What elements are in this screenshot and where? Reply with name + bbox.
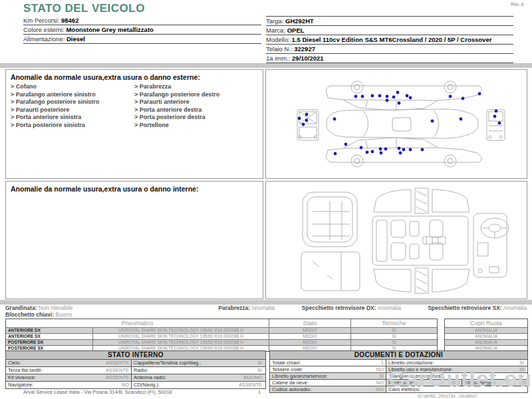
status-left-block: Grandinata: Non rilevabile Blocchetto ch… <box>5 305 192 318</box>
wheel-cover-row: ANOMALIA <box>445 333 527 339</box>
anomaly-item: > Parafango anteriore sinistro <box>11 91 134 99</box>
wheel-cover-row: ANOMALIA <box>445 327 527 333</box>
info-label: 1a imm.: <box>266 55 290 62</box>
table-row: Navigatore:NO CD(Navig.):ASSENTE <box>6 381 265 388</box>
tire-table: Pneumatico Stato Termiche ANTERIORE DX U… <box>5 319 438 352</box>
interior-diagram-panel <box>265 181 527 299</box>
exterior-anomalies-panel: Anomalie da normale usura,extra usura o … <box>5 69 263 179</box>
info-value: Diesel <box>66 35 85 43</box>
interior-anomalies-title: Anomalie da normale usura,extra usura o … <box>6 182 263 195</box>
section-divider <box>0 63 532 68</box>
vehicle-info-left: Km Percorsi: 98462 Colore esterni: Moons… <box>23 16 261 44</box>
tire-table-header: Pneumatico Stato Termiche <box>6 319 437 327</box>
status-blocchetto: Blocchetto chiavi: Buono <box>5 311 192 318</box>
vehicle-info-right: Targa: GH292HT Marca: OPEL Modello: 1.5 … <box>266 16 513 63</box>
table-row: Kit vivavoce:ASSENTE Antenna radio:BUONO <box>6 374 265 381</box>
status-specchietto-sx: Specchietto retrovisore SX: Anomalia <box>428 305 527 311</box>
documents-equipment-table: DOCUMENTI E DOTAZIONI Totale chiavi:1 Li… <box>269 350 528 393</box>
info-value: 322927 <box>294 45 315 53</box>
info-label: Targa: <box>266 17 283 25</box>
page-number: 1 <box>258 389 261 395</box>
table-row: Catene da neve:NO Ruota scorta:NO Kit go… <box>270 379 527 386</box>
document-id: ID VerifiD..2Rxx764 , GxxBN47 <box>418 394 477 398</box>
exterior-list-left: > Cofano > Parafango anteriore sinistro … <box>11 83 134 129</box>
exterior-anomalies-title: Anomalie da normale usura,extra usura o … <box>6 70 263 83</box>
anomaly-item: > Paraurti posteriore <box>11 106 134 114</box>
interior-state-table: STATO INTERNO Cielo:ASSENTE Cappelliera/… <box>5 350 266 389</box>
info-row-imm: 1a imm.: 29/10/2021 <box>266 54 513 63</box>
info-row-marca: Marca: OPEL <box>266 26 513 35</box>
info-label: Telaio N.: <box>266 45 293 53</box>
status-grandinata: Grandinata: Non rilevabile <box>5 305 192 311</box>
info-value: GH292HT <box>285 17 314 25</box>
interior-state-title: STATO INTERNO <box>6 351 265 360</box>
info-label: Marca: <box>266 27 285 34</box>
interior-anomalies-panel: Anomalie da normale usura,extra usura o … <box>5 181 263 299</box>
col-header-termiche: Termiche <box>350 319 437 327</box>
table-row: Terza fila sedili:ASSENTE Radio:SI <box>6 366 265 374</box>
anomaly-item: > Portellone <box>134 122 258 130</box>
anomaly-item: > Porta posteriore sinistra <box>11 122 134 130</box>
info-value: 29/10/2021 <box>292 55 324 62</box>
exterior-damage-diagram-panel <box>265 69 527 179</box>
anomaly-item: > Parabrezza <box>134 83 258 91</box>
interior-diagram <box>266 182 527 299</box>
table-row: Codice autoradio:NO Cavo elettrico: <box>270 386 527 392</box>
table-row: Tessere code:NO Libretto uso e manutenzi… <box>270 366 527 372</box>
info-value: 98462 <box>61 17 78 24</box>
tire-row: ANTERIORE SX UNIROYAL SHARK SKIN TECHNOL… <box>6 333 437 339</box>
info-label: Colore esterni: <box>23 26 65 33</box>
wheel-cover-table: Copri Ruota ANOMALIA ANOMALIA ANOMALIA A… <box>444 319 528 352</box>
exterior-damage-diagram <box>266 70 527 178</box>
anomaly-item: > Porta posteriore destra <box>134 114 258 122</box>
info-label: Modello: <box>266 36 290 43</box>
tire-row: POSTERIORE DX UNIROYAL SHARK SKIN TECHNO… <box>6 339 437 345</box>
info-value: OPEL <box>287 27 305 34</box>
info-label: Km Percorsi: <box>23 17 59 24</box>
info-row-km: Km Percorsi: 98462 <box>23 16 261 25</box>
table-row: Libretto garanzia/service:SI Triangolo d… <box>270 372 527 379</box>
col-header-pneumatico: Pneumatico <box>6 319 269 327</box>
table-row: Cielo:ASSENTE Cappelliera/Tendina coprib… <box>6 360 265 366</box>
documents-title: DOCUMENTI E DOTAZIONI <box>270 351 527 360</box>
status-specchietto-dx: Specchietto retrovisore DX: Anomalia <box>302 305 401 311</box>
info-value: Moonstone Grey metallizzato <box>66 26 153 33</box>
col-header-stato: Stato <box>269 319 350 327</box>
anomaly-item: > Porta anteriore sinistra <box>11 114 134 122</box>
anomaly-item: > Cofano <box>11 83 134 91</box>
info-value: 1.5 Diesel 110cv Edition S&S MT6Crosslan… <box>292 36 492 43</box>
info-row-modello: Modello: 1.5 Diesel 110cv Edition S&S MT… <box>266 35 513 45</box>
exterior-list-right: > Parabrezza > Parafango posteriore dest… <box>134 83 258 129</box>
status-summary-line: Grandinata: Non rilevabile Blocchetto ch… <box>5 305 527 318</box>
section-divider <box>0 300 532 305</box>
anomaly-item: > Porta anteriore destra <box>134 106 258 114</box>
anomaly-item: > Paraurti anteriore <box>134 98 258 106</box>
status-parabrezza: Parabrezza: Anomalia <box>218 305 275 311</box>
info-row-targa: Targa: GH292HT <box>266 16 513 26</box>
info-label: Alimentazione: <box>23 35 65 43</box>
col-header-copri-ruota: Copri Ruota <box>445 319 527 327</box>
exterior-anomalies-list: > Cofano > Parafango anteriore sinistro … <box>6 83 263 129</box>
wheel-cover-row: ANOMALIA <box>445 339 527 345</box>
anomaly-item: > Parafango posteriore sinistro <box>11 98 134 106</box>
tire-row: ANTERIORE DX UNIROYAL SHARK SKIN TECHNOL… <box>6 327 437 333</box>
info-row-alimentazione: Alimentazione: Diesel <box>23 35 261 44</box>
info-row-colore: Colore esterni: Moonstone Grey metallizz… <box>23 25 261 35</box>
info-row-telaio: Telaio N.: 322927 <box>266 45 513 54</box>
page-title: STATO DEL VEICOLO <box>23 2 145 15</box>
revision-label: Rev. A <box>511 2 524 7</box>
anomaly-item: > Parafango posteriore destro <box>134 91 258 99</box>
vehicle-status-report: STATO DEL VEICOLO Rev. A Km Percorsi: 98… <box>0 0 532 399</box>
damage-markers <box>298 91 501 156</box>
table-row: Totale chiavi:1 Libretto circolazione:SI <box>270 360 527 366</box>
footer-company-address: Arval Service Lease Italia - Via Pisana … <box>23 389 172 395</box>
